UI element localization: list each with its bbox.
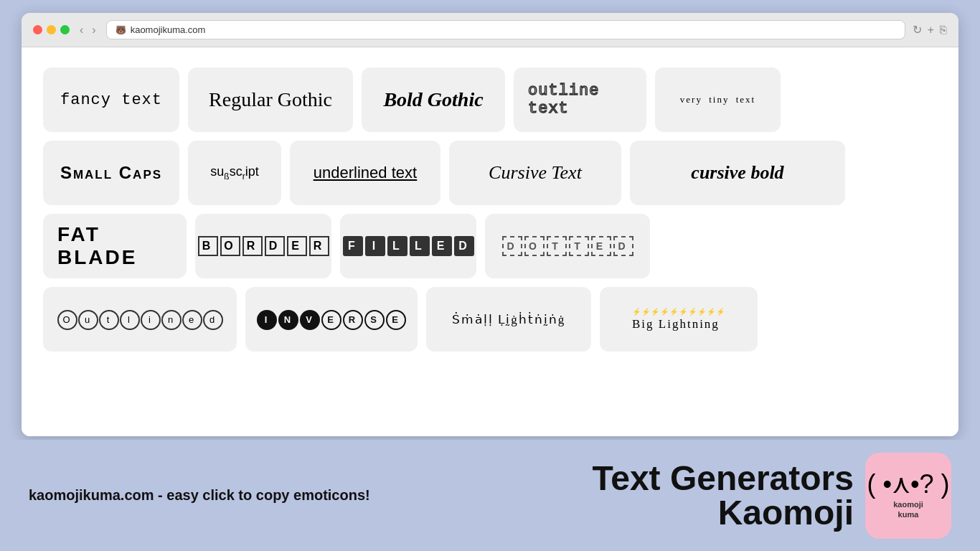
small-lightning-label: Ṡṁȧḷḷ Ḷḭġḣṫṅḭṅġ [452, 312, 565, 327]
bold-gothic-label: Bold Gothic [383, 88, 483, 111]
card-dotted[interactable]: D O T T E D [485, 214, 650, 278]
card-small-lightning[interactable]: Ṡṁȧḷḷ Ḷḭġḣṫṅḭṅġ [426, 287, 591, 352]
card-smallcaps[interactable]: Small Caps [43, 141, 179, 205]
outlined-circles-label: O u t l i n e d [57, 309, 223, 330]
tiny-label: very tiny text [680, 94, 755, 105]
row-1: fancy text Regular Gothic Bold Gothic ou… [43, 67, 937, 132]
browser-bar: ‹ › 🐻 kaomojikuma.com ↻ + ⎘ [22, 13, 958, 47]
row-4: O u t l i n e d I [43, 287, 937, 352]
bottom-url-text: kaomojikuma.com - easy click to copy emo… [29, 487, 370, 504]
cursive-label: Cursive Text [489, 162, 582, 184]
fat-blade-label: FAT BLADE [57, 223, 172, 269]
card-fancy[interactable]: fancy text [43, 67, 179, 132]
minimize-button[interactable] [47, 25, 56, 34]
smallcaps-label: Small Caps [60, 163, 162, 183]
card-outlined-circles[interactable]: O u t l i n e d [43, 287, 237, 352]
traffic-lights [33, 25, 70, 34]
share-button[interactable]: ⎘ [940, 23, 947, 37]
url-bar[interactable]: 🐻 kaomojikuma.com [106, 20, 905, 39]
card-cursive[interactable]: Cursive Text [449, 141, 621, 205]
subscript-label: sußscript [210, 164, 258, 182]
bottom-right-content: Text Generators Kaomoji ( •⋏•? ) kaomoji… [592, 453, 951, 539]
nav-arrows: ‹ › [77, 22, 99, 38]
card-cursive-bold[interactable]: cursive bold [630, 141, 845, 205]
title-block: Text Generators Kaomoji [592, 461, 854, 530]
border-label: B O R D E R [198, 236, 329, 256]
row-2: Small Caps sußscript underlined text Cur… [43, 141, 937, 205]
card-subscript[interactable]: sußscript [188, 141, 281, 205]
underlined-label: underlined text [314, 164, 417, 182]
add-tab-button[interactable]: + [928, 23, 934, 37]
regular-gothic-label: Regular Gothic [209, 88, 332, 111]
row-3: FAT BLADE B O R D E R [43, 214, 937, 278]
dotted-label: D O T T E D [502, 236, 633, 256]
inverse-label: I N V E R S E [257, 309, 406, 330]
reload-button[interactable]: ↻ [913, 23, 922, 37]
browser-actions: ↻ + ⎘ [913, 23, 947, 37]
filled-label: F I L L E D [343, 236, 474, 256]
card-filled[interactable]: F I L L E D [340, 214, 476, 278]
browser-window: ‹ › 🐻 kaomojikuma.com ↻ + ⎘ fancy text R… [22, 13, 958, 436]
card-underlined[interactable]: underlined text [290, 141, 440, 205]
big-lightning-label: ⚡⚡⚡⚡⚡⚡⚡⚡⚡⚡ Big Lightning [632, 308, 725, 331]
logo-face: ( •⋏•? ) [867, 471, 949, 497]
title-kaomoji: Kaomoji [592, 496, 854, 530]
browser-content: fancy text Regular Gothic Bold Gothic ou… [22, 47, 958, 436]
url-icon: 🐻 [116, 25, 126, 35]
bottom-section: kaomojikuma.com - easy click to copy emo… [0, 440, 980, 551]
card-regular-gothic[interactable]: Regular Gothic [188, 67, 353, 132]
back-button[interactable]: ‹ [77, 22, 86, 38]
logo-badge: ( •⋏•? ) kaomojikuma [865, 453, 951, 539]
card-tiny[interactable]: very tiny text [655, 67, 781, 132]
fancy-text-label: fancy text [60, 91, 162, 109]
card-fat-blade[interactable]: FAT BLADE [43, 214, 187, 278]
forward-button[interactable]: › [89, 22, 98, 38]
card-outline[interactable]: outline text [514, 67, 646, 132]
bottom-left-content: kaomojikuma.com - easy click to copy emo… [29, 487, 592, 504]
maximize-button[interactable] [60, 25, 70, 34]
cursive-bold-label: cursive bold [691, 162, 783, 184]
card-inverse[interactable]: I N V E R S E [245, 287, 418, 352]
title-generators: Text Generators [592, 461, 854, 496]
cards-grid: fancy text Regular Gothic Bold Gothic ou… [43, 67, 937, 352]
card-big-lightning[interactable]: ⚡⚡⚡⚡⚡⚡⚡⚡⚡⚡ Big Lightning [600, 287, 758, 352]
card-border[interactable]: B O R D E R [195, 214, 331, 278]
url-text: kaomojikuma.com [131, 24, 206, 35]
outline-label: outline text [528, 82, 632, 118]
card-bold-gothic[interactable]: Bold Gothic [362, 67, 505, 132]
logo-text: kaomojikuma [893, 500, 923, 519]
close-button[interactable] [33, 25, 42, 34]
